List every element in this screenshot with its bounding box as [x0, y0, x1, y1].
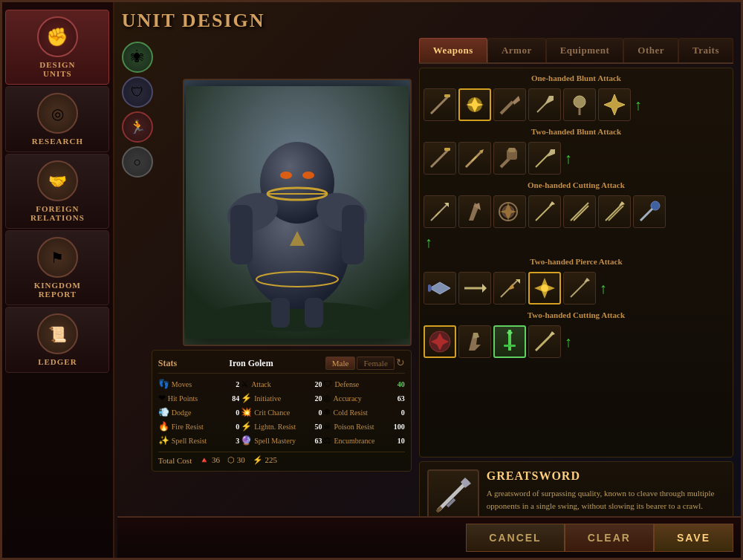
foreign-relations-icon: 🤝	[37, 160, 78, 201]
stat-hitpoints: ❤ Hit Points 84	[158, 392, 239, 405]
svg-marker-36	[548, 149, 555, 157]
weapon-slot[interactable]	[528, 272, 561, 305]
weapon-slot[interactable]	[528, 88, 561, 121]
svg-point-11	[302, 172, 314, 179]
weapon-row-2: ↑	[424, 140, 729, 176]
weapon-slot[interactable]	[493, 195, 526, 228]
tab-weapons[interactable]: Weapons	[419, 38, 487, 62]
weapon-slot[interactable]	[493, 142, 526, 175]
weapon-slot[interactable]	[598, 88, 631, 121]
stat-lightning-resist: ⚡ Lightn. Resist 50	[241, 420, 322, 433]
stat-dodge: 💨 Dodge 0	[158, 406, 239, 419]
svg-line-48	[574, 206, 588, 221]
ledger-icon: 📜	[37, 313, 78, 354]
svg-marker-68	[473, 333, 479, 339]
svg-rect-15	[305, 298, 323, 328]
weapon-slot[interactable]	[424, 325, 456, 358]
stats-title: Stats	[158, 358, 177, 369]
weapon-row-3b: ↑	[424, 232, 729, 253]
tab-traits[interactable]: Traits	[678, 38, 733, 62]
weapon-slot[interactable]	[493, 88, 526, 121]
svg-rect-28	[444, 148, 450, 151]
item-description: A greatsword of surpassing quality, know…	[487, 487, 725, 512]
research-icon: ◎	[37, 93, 78, 134]
sidebar-item-research[interactable]: ◎ Research	[5, 86, 109, 152]
sidebar-item-kingdom-report[interactable]: ⚑ KingdomReport	[5, 230, 109, 305]
svg-point-62	[541, 284, 548, 292]
sidebar-item-design-units[interactable]: ✊ DesignUnits	[5, 10, 109, 85]
weapons-scroll[interactable]: One-handed Blunt Attack	[419, 68, 733, 458]
stat-encumbrance: ⚖ Encumbrance 10	[323, 434, 404, 447]
weapon-slot[interactable]	[458, 272, 491, 305]
weapon-slot[interactable]	[563, 272, 596, 305]
svg-marker-54	[429, 282, 450, 294]
svg-marker-57	[482, 284, 487, 293]
svg-marker-21	[513, 96, 520, 105]
randomize-btn[interactable]: ↻	[396, 356, 405, 370]
weapon-slot[interactable]	[528, 195, 561, 228]
svg-line-16	[431, 96, 449, 114]
weapon-slot[interactable]	[424, 88, 456, 121]
category-two-blunt: Two-handed Blunt Attack	[424, 126, 729, 137]
category-one-cutting: One-handed Cutting Attack	[424, 179, 729, 191]
tab-bar: Weapons Armor Equipment Other Traits	[419, 38, 733, 64]
weapon-slot[interactable]	[528, 325, 561, 358]
svg-marker-26	[604, 94, 625, 115]
weapon-slot[interactable]	[424, 195, 456, 228]
svg-rect-6	[230, 205, 253, 264]
stat-moves: 👣 Moves 2	[158, 378, 239, 391]
weapon-slot[interactable]	[528, 142, 561, 175]
total-cost: Total Cost 🔺 36 ⬡ 30 ⚡ 225	[158, 452, 405, 465]
tab-armor[interactable]: Armor	[487, 38, 546, 62]
gender-female-btn[interactable]: Female	[357, 356, 394, 370]
svg-marker-23	[545, 96, 554, 105]
weapon-slot[interactable]	[424, 142, 456, 175]
svg-line-53	[640, 209, 652, 221]
weapon-slot-greatsword[interactable]	[493, 325, 526, 358]
sidebar: ✊ DesignUnits ◎ Research 🤝 ForeignRelati…	[2, 2, 114, 558]
category-two-pierce: Two-handed Pierce Attack	[424, 255, 729, 267]
weapon-slot[interactable]	[598, 195, 631, 228]
svg-line-63	[571, 279, 588, 297]
svg-line-78	[437, 507, 441, 512]
weapon-slot[interactable]	[633, 195, 666, 228]
weapon-slot[interactable]	[493, 272, 526, 305]
badge-spider[interactable]: 🕷	[122, 42, 153, 73]
sidebar-item-foreign-relations[interactable]: 🤝 ForeignRelations	[5, 154, 109, 229]
svg-rect-17	[444, 94, 450, 97]
save-button[interactable]: SAVE	[654, 524, 733, 552]
cancel-button[interactable]: CANCEL	[466, 524, 564, 552]
unit-figure	[184, 80, 410, 345]
weapon-slot[interactable]	[563, 88, 596, 121]
weapon-row-4: ↑	[424, 270, 729, 306]
weapon-slot[interactable]	[563, 195, 596, 228]
stat-accuracy: ◎ Accuracy 63	[323, 392, 404, 405]
clear-button[interactable]: CLEAR	[565, 524, 654, 552]
page-title: Unit Design	[122, 10, 733, 32]
badge-shield[interactable]: 🛡	[122, 76, 153, 108]
weapon-slot[interactable]	[458, 88, 491, 121]
design-units-icon: ✊	[37, 16, 78, 57]
sidebar-item-label: Ledger	[38, 357, 77, 366]
stat-spell-resist: ✨ Spell Resist 3	[158, 434, 239, 447]
sidebar-item-label: DesignUnits	[39, 60, 75, 78]
svg-rect-34	[508, 148, 516, 152]
gender-male-btn[interactable]: Male	[325, 356, 356, 370]
svg-point-10	[280, 172, 292, 179]
tab-equipment[interactable]: Equipment	[546, 38, 624, 62]
weapon-slot[interactable]	[458, 142, 491, 175]
main-container: ✊ DesignUnits ◎ Research 🤝 ForeignRelati…	[0, 0, 743, 560]
svg-line-39	[435, 212, 440, 216]
stats-header: Stats Iron Golem Male Female ↻	[158, 356, 405, 374]
sidebar-item-ledger[interactable]: 📜 Ledger	[5, 307, 109, 373]
tab-other[interactable]: Other	[623, 38, 678, 62]
weapon-slot[interactable]	[458, 195, 491, 228]
item-name: Greatsword	[487, 469, 725, 483]
weapon-slot[interactable]	[424, 272, 456, 305]
bottom-bar: CANCEL CLEAR SAVE	[117, 516, 741, 558]
svg-line-27	[431, 149, 449, 167]
badge-runner[interactable]: 🏃	[122, 111, 153, 143]
stat-spell-mastery: 🔮 Spell Mastery 63	[241, 434, 322, 447]
badge-empty[interactable]: ○	[122, 146, 153, 178]
weapon-slot[interactable]	[458, 325, 491, 358]
